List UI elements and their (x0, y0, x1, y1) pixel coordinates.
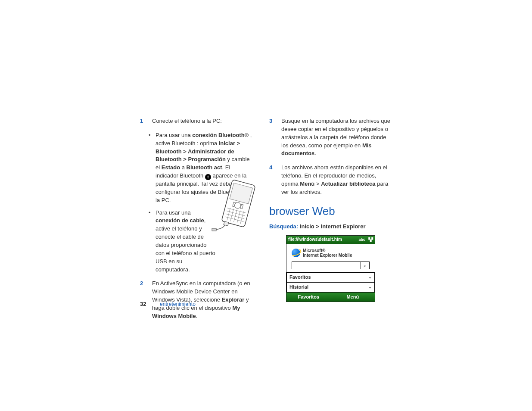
abc-indicator-icon: abc (358, 237, 365, 243)
right-column: 3 Busque en la computadora los archivos … (269, 117, 392, 302)
ie-brand: Microsoft® Internet Explorer Mobile (292, 248, 371, 258)
ie-search-input[interactable] (292, 262, 361, 269)
bluetooth-icon: ᚼ (205, 174, 211, 180)
softkey-favorites[interactable]: Favoritos (286, 293, 331, 302)
ie-search-button[interactable]: ⌕ (361, 262, 370, 269)
ie-titlebar: file://\windows\default.htm abc ▝▞ (286, 236, 375, 244)
chevron-down-icon: ⌄ (368, 284, 372, 290)
ie-mobile-screenshot: file://\windows\default.htm abc ▝▞ Micro… (286, 235, 375, 302)
status-icons: abc ▝▞ (358, 237, 373, 243)
svg-rect-14 (212, 228, 216, 231)
step-3: 3 Busque en la computadora los archivos … (269, 117, 392, 158)
step-number: 1 (140, 117, 143, 125)
softkey-menu[interactable]: Menú (331, 293, 375, 302)
page-number: 32 (140, 301, 146, 307)
ie-search-bar: ⌕ (292, 262, 370, 269)
step-2: 2 En ActiveSync en la computadora (o en … (140, 280, 254, 320)
ie-url: file://\windows\default.htm (288, 237, 342, 243)
step-1: 1 Conecte el teléfono a la PC: (140, 117, 254, 125)
chevron-down-icon: ⌄ (368, 274, 372, 280)
bullet-cable: Para usar una conexión de cable, active … (140, 209, 216, 274)
step-number: 3 (269, 117, 272, 125)
phone-usb-illustration (211, 179, 258, 239)
section-name: entretenimiento (160, 301, 196, 307)
search-line: Búsqueda: Inicio > Internet Explorer (269, 223, 392, 231)
step-4: 4 Los archivos ahora están disponibles e… (269, 164, 392, 196)
step-number: 4 (269, 164, 272, 172)
ie-favorites-row[interactable]: Favoritos ⌄ (286, 272, 375, 283)
heading-browser-web: browser Web (269, 203, 392, 220)
ie-body: Microsoft® Internet Explorer Mobile ⌕ (286, 244, 375, 273)
manual-page: 1 Conecte el teléfono a la PC: Para usar… (0, 0, 532, 411)
search-icon: ⌕ (364, 263, 367, 268)
ie-logo-icon (292, 249, 300, 257)
page-footer: 32 entretenimiento (140, 301, 196, 307)
step-number: 2 (140, 280, 143, 288)
ie-softkeys: Favoritos Menú (286, 293, 375, 302)
ie-history-row[interactable]: Historial ⌄ (286, 282, 375, 293)
signal-icon: ▝▞ (367, 237, 373, 243)
step-1-intro: Conecte el teléfono a la PC: (152, 117, 254, 125)
